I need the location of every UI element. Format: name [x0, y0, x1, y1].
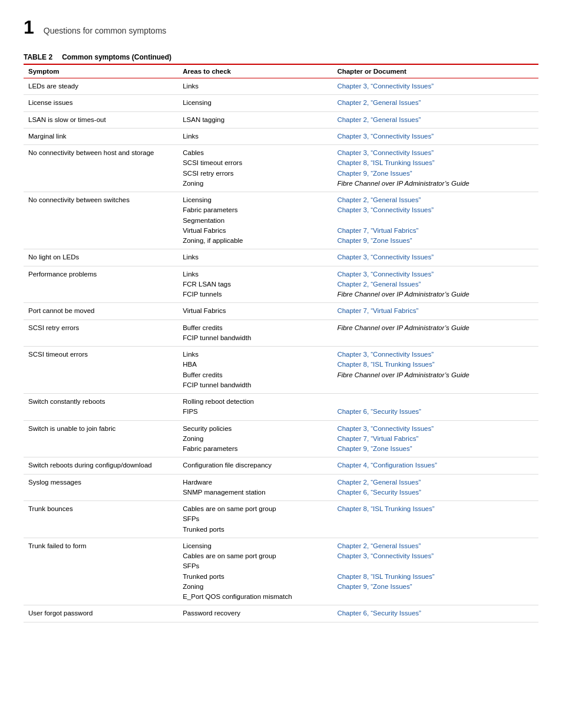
chapter-link[interactable]: Chapter 8, “ISL Trunking Issues”: [337, 360, 534, 370]
areas-cell: Licensing: [178, 95, 332, 111]
chapter-title: Questions for common symptoms: [44, 26, 167, 35]
symptom-cell: No connectivity between host and storage: [24, 145, 178, 192]
area-item: Virtual Fabrics: [183, 226, 328, 236]
area-item: Rolling reboot detection: [183, 397, 328, 407]
chapter-link[interactable]: Chapter 6, “Security Issues”: [337, 487, 534, 498]
symptom-cell: Syslog messages: [24, 474, 178, 501]
table-header-row: Symptom Areas to check Chapter or Docume…: [24, 64, 538, 78]
table-row: Trunk failed to formLicensingCables are …: [24, 538, 538, 605]
areas-cell: Links: [178, 249, 332, 266]
table-row: SCSI retry errorsBuffer creditsFCIP tunn…: [24, 319, 538, 347]
chapter-link[interactable]: Chapter 2, “General Issues”: [337, 98, 534, 108]
chapter-link[interactable]: Chapter 2, “General Issues”: [337, 195, 534, 205]
chapter-doc: Fibre Channel over IP Administrator’s Gu…: [337, 370, 534, 380]
chapter-cell: Chapter 3, “Connectivity Issues”: [332, 78, 538, 95]
chapter-link[interactable]: Chapter 8, “ISL Trunking Issues”: [337, 572, 534, 582]
chapter-link[interactable]: Chapter 3, “Connectivity Issues”: [337, 148, 534, 158]
chapter-link[interactable]: Chapter 7, “Virtual Fabrics”: [337, 226, 534, 236]
area-item: Trunked ports: [183, 525, 328, 535]
chapter-link[interactable]: Chapter 4, “Configuration Issues”: [337, 460, 534, 470]
chapter-cell: Chapter 8, “ISL Trunking Issues”: [332, 501, 538, 538]
area-item: Zoning: [183, 434, 328, 444]
areas-cell: Links: [178, 78, 332, 95]
chapter-link[interactable]: Chapter 3, “Connectivity Issues”: [337, 424, 534, 434]
area-item: Cables are on same port group: [183, 504, 328, 514]
symptom-cell: License issues: [24, 95, 178, 111]
table-label: TABLE 2: [24, 53, 52, 61]
table-title-row: TABLE 2 Common symptoms (Continued): [24, 53, 538, 61]
table-row: Trunk bouncesCables are on same port gro…: [24, 501, 538, 538]
area-item: Security policies: [183, 424, 328, 434]
chapter-link[interactable]: Chapter 2, “General Issues”: [337, 115, 534, 125]
area-item: Cables are on same port group: [183, 551, 328, 561]
area-item: Licensing: [183, 98, 328, 108]
col-header-chapter: Chapter or Document: [332, 64, 538, 78]
area-item: Zoning: [183, 179, 328, 189]
chapter-link[interactable]: Chapter 3, “Connectivity Issues”: [337, 81, 534, 91]
area-item: Buffer credits: [183, 370, 328, 380]
chapter-link[interactable]: Chapter 9, “Zone Issues”: [337, 236, 534, 246]
chapter-link[interactable]: Chapter 2, “General Issues”: [337, 477, 534, 487]
chapter-link[interactable]: Chapter 9, “Zone Issues”: [337, 582, 534, 592]
chapter-link[interactable]: Chapter 8, “ISL Trunking Issues”: [337, 158, 534, 168]
area-item: Trunked ports: [183, 572, 328, 582]
table-row: Switch is unable to join fabricSecurity …: [24, 420, 538, 457]
area-item: LSAN tagging: [183, 115, 328, 125]
page-header: 1 Questions for common symptoms: [24, 18, 538, 37]
areas-cell: Virtual Fabrics: [178, 303, 332, 319]
areas-cell: LicensingFabric parametersSegmentationVi…: [178, 192, 332, 249]
chapter-spacer: [337, 561, 534, 571]
symptom-cell: Port cannot be moved: [24, 303, 178, 319]
symptoms-table: Symptom Areas to check Chapter or Docume…: [24, 64, 538, 622]
table-row: User forgot passwordPassword recoveryCha…: [24, 605, 538, 622]
chapter-doc: Fibre Channel over IP Administrator’s Gu…: [337, 289, 534, 299]
chapter-link[interactable]: Chapter 7, “Virtual Fabrics”: [337, 434, 534, 444]
area-item: Hardware: [183, 477, 328, 487]
areas-cell: Links: [178, 128, 332, 144]
chapter-link[interactable]: Chapter 2, “General Issues”: [337, 279, 534, 289]
chapter-link[interactable]: Chapter 3, “Connectivity Issues”: [337, 551, 534, 561]
table-row: No connectivity between switchesLicensin…: [24, 192, 538, 249]
chapter-link[interactable]: Chapter 7, “Virtual Fabrics”: [337, 306, 534, 316]
chapter-link[interactable]: Chapter 6, “Security Issues”: [337, 407, 534, 417]
area-item: Fabric parameters: [183, 444, 328, 454]
col-header-areas: Areas to check: [178, 64, 332, 78]
chapter-cell: Chapter 2, “General Issues”Chapter 3, “C…: [332, 538, 538, 605]
chapter-cell: Chapter 2, “General Issues”: [332, 95, 538, 111]
areas-cell: Security policiesZoningFabric parameters: [178, 420, 332, 457]
area-item: Cables: [183, 148, 328, 158]
chapter-cell: Chapter 4, “Configuration Issues”: [332, 457, 538, 474]
chapter-cell: Chapter 3, “Connectivity Issues”: [332, 128, 538, 144]
chapter-doc: Fibre Channel over IP Administrator’s Gu…: [337, 179, 534, 189]
areas-cell: LinksFCR LSAN tagsFCIP tunnels: [178, 266, 332, 303]
area-item: Links: [183, 269, 328, 279]
symptom-cell: SCSI retry errors: [24, 319, 178, 347]
chapter-link[interactable]: Chapter 2, “General Issues”: [337, 541, 534, 551]
symptom-cell: No connectivity between switches: [24, 192, 178, 249]
areas-cell: LinksHBABuffer creditsFCIP tunnel bandwi…: [178, 347, 332, 394]
table-row: SCSI timeout errorsLinksHBABuffer credit…: [24, 347, 538, 394]
chapter-cell: Chapter 6, “Security Issues”: [332, 394, 538, 421]
chapter-link[interactable]: Chapter 9, “Zone Issues”: [337, 169, 534, 179]
table-row: No connectivity between host and storage…: [24, 145, 538, 192]
chapter-link[interactable]: Chapter 3, “Connectivity Issues”: [337, 205, 534, 215]
chapter-cell: Fibre Channel over IP Administrator’s Gu…: [332, 319, 538, 347]
area-item: FCR LSAN tags: [183, 279, 328, 289]
chapter-link[interactable]: Chapter 9, “Zone Issues”: [337, 444, 534, 454]
chapter-link[interactable]: Chapter 8, “ISL Trunking Issues”: [337, 504, 534, 514]
table-row: Marginal linkLinksChapter 3, “Connectivi…: [24, 128, 538, 144]
areas-cell: Cables are on same port groupSFPsTrunked…: [178, 501, 332, 538]
chapter-link[interactable]: Chapter 3, “Connectivity Issues”: [337, 269, 534, 279]
chapter-link[interactable]: Chapter 3, “Connectivity Issues”: [337, 131, 534, 141]
area-item: Zoning: [183, 582, 328, 592]
area-item: HBA: [183, 360, 328, 370]
chapter-link[interactable]: Chapter 3, “Connectivity Issues”: [337, 252, 534, 262]
symptom-cell: Marginal link: [24, 128, 178, 144]
chapter-link[interactable]: Chapter 6, “Security Issues”: [337, 608, 534, 618]
chapter-link[interactable]: Chapter 3, “Connectivity Issues”: [337, 350, 534, 360]
symptom-cell: No light on LEDs: [24, 249, 178, 266]
area-item: Password recovery: [183, 608, 328, 618]
symptom-cell: SCSI timeout errors: [24, 347, 178, 394]
area-item: Configuration file discrepancy: [183, 460, 328, 470]
chapter-cell: Chapter 2, “General Issues”Chapter 3, “C…: [332, 192, 538, 249]
